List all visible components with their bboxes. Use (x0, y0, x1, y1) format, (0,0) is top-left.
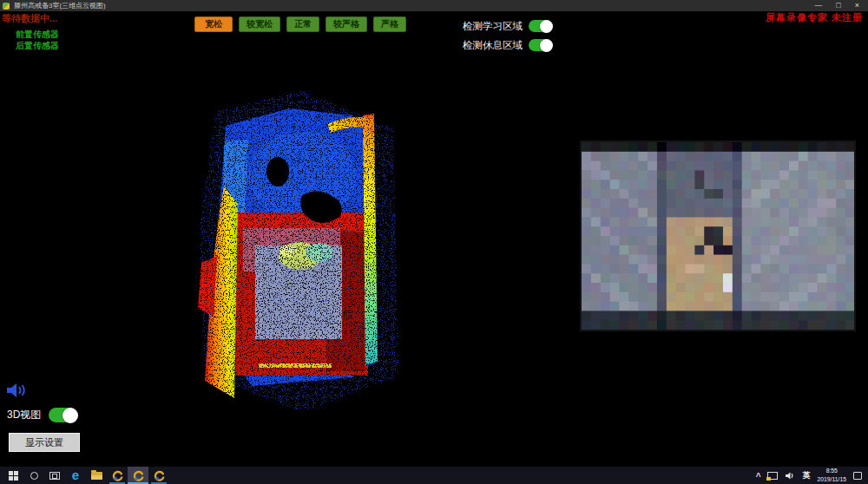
system-tray: ^ 英 8:55 2019/11/15 (756, 467, 868, 484)
minimize-button[interactable]: — (814, 0, 822, 11)
screen: 滕州高戒备3室(三维点云视图) — □ × 等待数据中... 前置传感器 后置传… (0, 0, 868, 484)
point-cloud-render (198, 89, 411, 415)
sensitivity-loose-button[interactable]: 宽松 (194, 16, 233, 32)
taskbar-clock[interactable]: 8:55 2019/11/15 (817, 467, 846, 484)
title-bar: 滕州高戒备3室(三维点云视图) — □ × (0, 0, 868, 11)
main-viewport: 等待数据中... 前置传感器 后置传感器 宽松 较宽松 正常 较严格 严格 检测… (0, 11, 868, 467)
ime-language-indicator[interactable]: 英 (802, 470, 810, 481)
sensitivity-somewhat-strict-button[interactable]: 较严格 (326, 16, 367, 32)
view3d-label: 3D视图 (7, 408, 41, 422)
detection-toggle-group: 检测学习区域 检测休息区域 (463, 19, 552, 57)
app-icon (3, 3, 10, 10)
clock-date: 2019/11/15 (817, 475, 846, 484)
view3d-toggle[interactable] (49, 408, 77, 422)
recorder-app-button-2[interactable] (128, 467, 148, 484)
swirl-app-icon (154, 470, 165, 481)
task-view-icon (49, 472, 60, 480)
tray-expand-chevron-icon[interactable]: ^ (756, 472, 761, 481)
network-status-icon[interactable] (767, 472, 778, 480)
search-icon (30, 472, 38, 480)
swirl-app-icon (133, 470, 144, 481)
recorder-app-button-3[interactable] (148, 467, 169, 484)
edge-browser-button[interactable]: e (65, 467, 86, 484)
window-title: 滕州高戒备3室(三维点云视图) (14, 1, 106, 10)
detect-rest-area-toggle[interactable] (529, 39, 552, 51)
camera-feed-canvas (582, 142, 854, 330)
clock-time: 8:55 (817, 467, 846, 475)
screen-recorder-watermark: 屏幕录像专家 未注册 (766, 11, 863, 24)
swirl-app-icon (112, 470, 123, 481)
folder-icon (91, 472, 102, 480)
task-view-button[interactable] (44, 467, 65, 484)
toggle-knob (540, 20, 553, 33)
display-settings-button[interactable]: 显示设置 (9, 433, 80, 452)
point-cloud-view[interactable] (198, 89, 411, 415)
tray-volume-icon[interactable] (785, 471, 795, 481)
search-button[interactable] (23, 467, 44, 484)
rear-sensor-status: 后置传感器 (16, 40, 59, 52)
camera-feed (580, 141, 856, 331)
toggle-knob (62, 408, 78, 423)
sensitivity-normal-button[interactable]: 正常 (286, 16, 319, 32)
toggle-knob (540, 39, 553, 52)
windows-logo-icon (9, 471, 18, 481)
taskbar: e ^ (0, 467, 868, 484)
edge-icon: e (72, 468, 79, 483)
waiting-status: 等待数据中... (2, 12, 57, 25)
detect-study-area-label: 检测学习区域 (463, 20, 523, 33)
maximize-button[interactable]: □ (836, 0, 840, 11)
action-center-icon[interactable] (853, 472, 862, 480)
start-button[interactable] (3, 467, 23, 484)
front-sensor-status: 前置传感器 (16, 29, 59, 41)
detect-rest-area-label: 检测休息区域 (463, 39, 523, 52)
speaker-icon (5, 381, 28, 400)
sensitivity-strict-button[interactable]: 严格 (373, 16, 406, 32)
close-button[interactable]: × (855, 0, 859, 11)
detect-study-area-toggle[interactable] (529, 20, 552, 32)
file-explorer-button[interactable] (86, 467, 107, 484)
volume-button[interactable] (5, 381, 28, 400)
sensitivity-somewhat-loose-button[interactable]: 较宽松 (239, 16, 280, 32)
sensitivity-button-row: 宽松 较宽松 正常 较严格 严格 (194, 16, 406, 32)
recorder-app-button-1[interactable] (107, 467, 128, 484)
view3d-row: 3D视图 (7, 408, 77, 422)
